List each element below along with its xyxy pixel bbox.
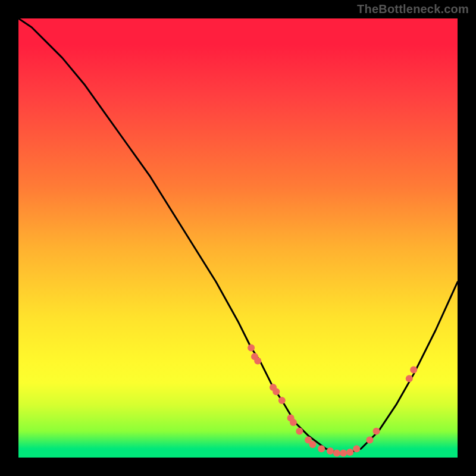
data-marker bbox=[318, 445, 325, 452]
data-marker bbox=[333, 450, 340, 457]
data-marker bbox=[309, 441, 317, 448]
attribution-text: TheBottleneck.com bbox=[357, 2, 469, 16]
data-marker bbox=[278, 397, 286, 404]
data-marker bbox=[353, 445, 360, 452]
data-marker bbox=[340, 450, 347, 457]
data-marker bbox=[373, 428, 380, 435]
data-marker bbox=[346, 449, 353, 456]
data-marker bbox=[290, 419, 297, 426]
data-marker bbox=[273, 388, 280, 395]
data-marker bbox=[327, 447, 334, 455]
data-marker bbox=[254, 358, 261, 365]
data-marker bbox=[248, 345, 255, 352]
data-marker bbox=[410, 366, 417, 373]
curve-path bbox=[18, 18, 458, 453]
plot-area bbox=[18, 18, 458, 458]
data-marker bbox=[406, 375, 413, 382]
data-marker bbox=[366, 437, 373, 444]
data-marker bbox=[296, 428, 303, 435]
bottleneck-curve bbox=[18, 18, 458, 458]
